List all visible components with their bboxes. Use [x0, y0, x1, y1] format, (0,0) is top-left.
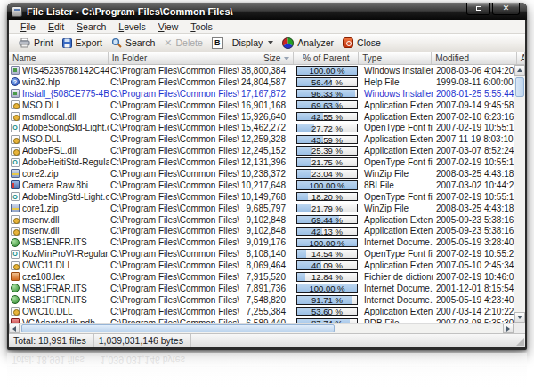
dll-file-icon — [11, 112, 20, 121]
file-size: 10,149,768 — [239, 192, 295, 202]
file-modified: 2005-05-19 3:28:40 PM — [433, 237, 514, 247]
table-row[interactable]: AdobePSL.dll C:\Program Files\Common Fil… — [9, 145, 514, 156]
percent-label: 27.72 % — [297, 124, 357, 132]
maximize-restore-button[interactable] — [466, 3, 490, 15]
table-row[interactable]: VCAdapterLib.pdb C:\Program Files\Common… — [9, 317, 514, 323]
menu-search[interactable]: Search — [70, 21, 112, 32]
percent-label: 40.09 % — [297, 261, 357, 269]
zip-file-icon — [11, 169, 20, 178]
file-name: OWC11.DLL — [22, 260, 72, 270]
pdb-file-icon — [11, 318, 20, 323]
otf-file-icon — [11, 192, 20, 201]
lex-file-icon — [11, 272, 20, 281]
search-button[interactable]: Search — [109, 37, 161, 48]
bold-toggle-button[interactable]: B — [209, 37, 230, 49]
table-row[interactable]: KozMinProVI-Regular.otf C:\Program Files… — [9, 248, 514, 260]
file-list: Name In Folder Size % of Parent Type Mod… — [9, 52, 525, 333]
vertical-scrollbar[interactable] — [514, 65, 525, 323]
titlebar[interactable]: File Lister - C:\Program Files\Common Fi… — [7, 3, 527, 20]
menu-edit[interactable]: Edit — [42, 21, 70, 32]
column-header-type[interactable]: Type — [359, 52, 432, 64]
table-row[interactable]: win32.hlp C:\Program Files\Common Files\… — [9, 76, 514, 88]
file-modified: 2007-02-19 10:46:08 PM — [433, 272, 514, 282]
column-header-in-folder[interactable]: In Folder — [109, 52, 239, 64]
export-button[interactable]: Export — [60, 37, 109, 48]
file-size: 38,800,384 — [239, 66, 295, 76]
scroll-down-button[interactable] — [514, 312, 525, 323]
analyzer-button[interactable]: Analyzer — [279, 37, 340, 49]
file-type: Help File — [360, 77, 433, 87]
display-dropdown[interactable]: Display — [230, 37, 279, 48]
percent-of-parent-bar: 14.54 % — [296, 249, 358, 259]
column-header-attributes[interactable]: A — [517, 52, 525, 64]
file-modified: 2007-03-14 2:10:22 PM — [433, 307, 514, 316]
screenshot-stage: File Lister - C:\Program Files\Common Fi… — [0, 0, 534, 392]
file-name: core1.zip — [22, 204, 59, 213]
scroll-up-button[interactable] — [514, 65, 525, 76]
file-modified: 2001-12-01 8:15:54 PM — [433, 284, 514, 293]
table-row[interactable]: MSO.DLL C:\Program Files\Common Files\Mi… — [9, 133, 514, 145]
menu-view[interactable]: View — [152, 21, 185, 32]
file-name: AdobeMingStd-Light.otf — [22, 192, 109, 202]
column-header-percent[interactable]: % of Parent — [294, 52, 359, 64]
scroll-left-button[interactable] — [9, 324, 20, 333]
resize-grip-icon[interactable] — [516, 338, 524, 346]
menu-tools[interactable]: Tools — [184, 21, 219, 32]
percent-of-parent-bar: 42.13 % — [296, 227, 358, 236]
file-folder: C:\Program Files\Common Files\Micro... — [109, 134, 239, 144]
table-row[interactable]: core1.zip C:\Program Files\Common Files\… — [9, 203, 514, 214]
percent-label: 42.55 % — [297, 113, 357, 121]
table-row[interactable]: msmdlocal.dll C:\Program Files\Common Fi… — [9, 111, 514, 123]
file-folder: C:\Program Files\Common Files\Java\... — [109, 204, 239, 213]
8bi-file-icon — [11, 180, 20, 189]
dll-file-icon — [11, 100, 20, 109]
print-button[interactable]: Print — [16, 37, 60, 48]
table-row[interactable]: cze108.lex C:\Program Files\Common Files… — [9, 271, 514, 283]
menu-file[interactable]: File — [14, 21, 42, 32]
table-row[interactable]: MSB1ENFR.ITS C:\Program Files\Common Fil… — [9, 236, 514, 248]
its-file-icon — [11, 238, 20, 247]
table-row[interactable]: Camera Raw.8bi C:\Program Files\Common F… — [9, 180, 514, 191]
column-header-name[interactable]: Name — [9, 52, 109, 64]
file-folder: C:\Program Files\Common Files\Adob... — [109, 249, 239, 259]
table-row[interactable]: MSB1FRAR.ITS C:\Program Files\Common Fil… — [9, 283, 514, 294]
file-modified: 2007-02-19 10:55:22 PM — [433, 249, 514, 259]
vertical-scroll-thumb[interactable] — [515, 77, 524, 97]
table-row[interactable]: AdobeMingStd-Light.otf C:\Program Files\… — [9, 191, 514, 203]
close-window-button[interactable]: ✕ — [492, 3, 520, 15]
table-row[interactable]: AdobeHeitiStd-Regula... C:\Program Files… — [9, 156, 514, 168]
table-row[interactable]: OWC11.DLL C:\Program Files\Common Files\… — [9, 260, 514, 271]
dll-file-icon — [11, 261, 20, 270]
file-folder: C:\Program Files\Common Files\Adob... — [109, 192, 239, 202]
close-list-button[interactable]: Close — [340, 37, 387, 48]
menu-levels[interactable]: Levels — [112, 21, 151, 32]
percent-label: 21.75 % — [297, 158, 357, 166]
table-row[interactable]: MSO.DLL C:\Program Files\Common Files\Mi… — [9, 100, 514, 111]
file-size: 9,019,176 — [239, 237, 295, 247]
file-modified: 2007-02-19 10:55:14 PM — [433, 192, 514, 202]
table-row[interactable]: msenv.dll C:\Program Files\Common Files\… — [9, 214, 514, 226]
file-folder: C:\Program Files\Common Files\Micro... — [109, 260, 239, 270]
file-folder: C:\Program Files\Common Files\Micro... — [109, 295, 239, 305]
column-header-modified[interactable]: Modified — [432, 52, 517, 64]
horizontal-scroll-track[interactable] — [336, 324, 503, 333]
column-header-size[interactable]: Size — [239, 52, 295, 64]
file-folder: C:\Program Files\Common Files\Borla... — [109, 77, 239, 87]
table-row[interactable]: OWC10.DLL C:\Program Files\Common Files\… — [9, 306, 514, 317]
table-row[interactable]: msenv.dll C:\Program Files\Common Files\… — [9, 225, 514, 236]
percent-of-parent-bar: 21.75 % — [296, 157, 358, 167]
table-row[interactable]: AdobeSongStd-Light.otf C:\Program Files\… — [9, 122, 514, 133]
file-type: Application Exten... — [360, 226, 433, 236]
table-row[interactable]: WIS45235788142C44... C:\Program Files\Co… — [9, 65, 514, 76]
file-size: 6,589,440 — [239, 318, 295, 323]
table-row[interactable]: core2.zip C:\Program Files\Common Files\… — [9, 168, 514, 180]
file-name: MSB1ENFR.ITS — [22, 237, 87, 247]
file-type: Application Exten... — [360, 260, 433, 270]
dll-file-icon — [11, 147, 20, 156]
table-row[interactable]: MSB1FREN.ITS C:\Program Files\Common Fil… — [9, 294, 514, 306]
horizontal-scroll-thumb[interactable] — [21, 324, 335, 332]
scroll-right-button[interactable] — [503, 324, 514, 333]
horizontal-scrollbar[interactable] — [9, 323, 514, 333]
table-row[interactable]: Install_{508CE775-4B... C:\Program Files… — [9, 88, 514, 100]
vertical-scroll-track[interactable] — [514, 99, 525, 312]
